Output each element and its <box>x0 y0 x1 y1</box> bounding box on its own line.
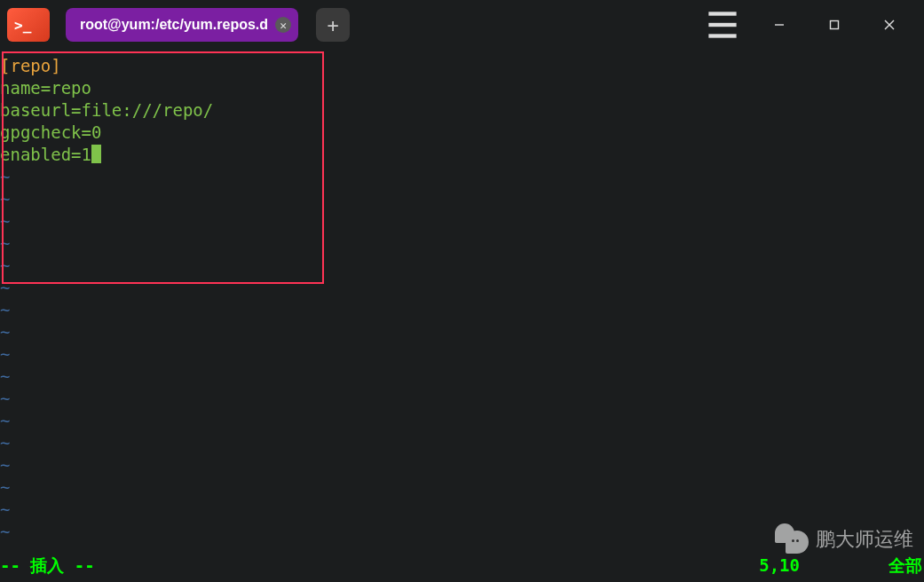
editor-empty-line: ~ <box>0 255 924 277</box>
terminal-icon-glyph: >_ <box>14 17 31 34</box>
editor-empty-line: ~ <box>0 232 924 255</box>
maximize-icon <box>828 19 841 31</box>
text-cursor <box>91 145 101 163</box>
menu-button[interactable] <box>700 7 745 43</box>
editor-empty-line: ~ <box>0 343 924 366</box>
editor-empty-line: ~ <box>0 299 924 321</box>
titlebar: >_ root@yum:/etc/yum.repos.d ✕ + <box>0 0 924 50</box>
window-controls <box>752 7 917 43</box>
maximize-button[interactable] <box>807 7 862 43</box>
close-icon[interactable]: ✕ <box>275 17 291 33</box>
vim-mode: -- 插入 -- <box>0 554 95 577</box>
editor-content: [repo]name=repobaseurl=file:///repo/gpgc… <box>0 55 924 543</box>
editor-empty-line: ~ <box>0 166 924 188</box>
editor-empty-line: ~ <box>0 499 924 521</box>
wechat-icon <box>775 523 810 555</box>
app-icon: >_ <box>7 8 50 42</box>
close-button[interactable] <box>862 7 917 43</box>
new-tab-button[interactable]: + <box>316 8 350 42</box>
editor-empty-line: ~ <box>0 188 924 210</box>
plus-icon: + <box>327 14 338 36</box>
close-icon <box>883 19 896 31</box>
editor-line: baseurl=file:///repo/ <box>0 99 924 122</box>
editor-line: enabled=1 <box>0 144 924 166</box>
editor-empty-line: ~ <box>0 366 924 388</box>
svg-rect-4 <box>831 21 839 29</box>
terminal-viewport[interactable]: [repo]name=repobaseurl=file:///repo/gpgc… <box>0 50 924 582</box>
watermark-text: 鹏大师运维 <box>816 526 913 553</box>
vim-scroll-indicator: 全部 <box>888 554 922 577</box>
tab-title: root@yum:/etc/yum.repos.d <box>80 17 268 33</box>
editor-empty-line: ~ <box>0 410 924 432</box>
editor-empty-line: ~ <box>0 277 924 299</box>
editor-empty-line: ~ <box>0 432 924 454</box>
hamburger-icon <box>700 3 745 47</box>
editor-empty-line: ~ <box>0 388 924 410</box>
editor-empty-line: ~ <box>0 454 924 476</box>
editor-line: name=repo <box>0 77 924 99</box>
vim-cursor-position: 5,10 <box>759 554 800 577</box>
minimize-icon <box>773 19 786 31</box>
watermark: 鹏大师运维 <box>775 523 913 555</box>
editor-empty-line: ~ <box>0 210 924 232</box>
editor-empty-line: ~ <box>0 476 924 499</box>
editor-line: gpgcheck=0 <box>0 122 924 144</box>
editor-empty-line: ~ <box>0 321 924 343</box>
tab-active[interactable]: root@yum:/etc/yum.repos.d ✕ <box>66 8 298 42</box>
vim-status-bar: -- 插入 -- 5,10 全部 <box>0 554 924 577</box>
editor-line: [repo] <box>0 55 924 77</box>
minimize-button[interactable] <box>752 7 807 43</box>
